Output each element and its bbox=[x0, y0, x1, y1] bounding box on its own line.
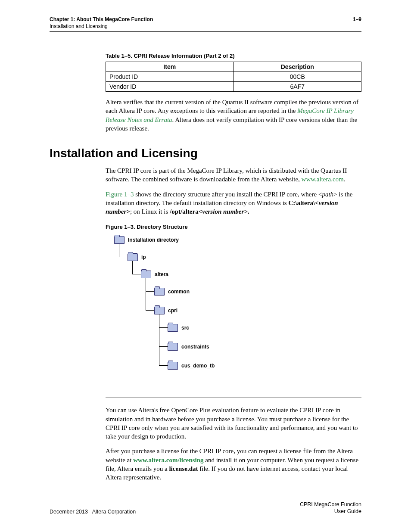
tree-connector bbox=[119, 244, 119, 257]
link-altera[interactable]: www.altera.com bbox=[302, 176, 344, 183]
license-file-name: license.dat bbox=[169, 465, 198, 472]
folder-icon bbox=[154, 307, 165, 314]
section-heading: Installation and Licensing bbox=[50, 146, 361, 160]
figure-end-rule bbox=[106, 398, 361, 398]
folder-icon bbox=[141, 271, 151, 278]
path-var: path bbox=[322, 191, 333, 198]
th-desc: Description bbox=[234, 62, 361, 72]
node-label: ip bbox=[141, 254, 146, 260]
table-row: Product ID 00CB bbox=[106, 72, 361, 82]
table-row: Vendor ID 6AF7 bbox=[106, 82, 361, 92]
header-section: Installation and Licensing bbox=[50, 23, 153, 30]
paragraph: You can use Altera's free OpenCore Plus … bbox=[106, 406, 361, 441]
node-label: Installation directory bbox=[128, 237, 179, 243]
tree-connector bbox=[146, 310, 154, 311]
td-desc: 6AF7 bbox=[234, 82, 361, 92]
figure-caption: Figure 1–3. Directory Structure bbox=[106, 224, 361, 230]
paragraph: Altera verifies that the current version… bbox=[106, 98, 361, 133]
node-label: altera bbox=[155, 271, 168, 277]
tree-connector bbox=[146, 291, 154, 292]
tree-node: altera bbox=[141, 271, 168, 278]
td-desc: 00CB bbox=[234, 72, 361, 82]
node-label: src bbox=[181, 325, 189, 331]
tree-connector bbox=[159, 327, 168, 328]
content-block-2: The CPRI IP core is part of the MegaCore… bbox=[106, 166, 361, 482]
footer-right: CPRI MegaCore Function User Guide bbox=[300, 501, 361, 515]
tree-connector bbox=[159, 365, 168, 366]
tree-node: src bbox=[168, 324, 189, 332]
footer-left: December 2013 Altera Corporation bbox=[50, 509, 136, 515]
paragraph: After you purchase a license for the CPR… bbox=[106, 447, 361, 482]
footer-date: December 2013 bbox=[50, 509, 88, 515]
footer-doc-sub: User Guide bbox=[300, 508, 361, 515]
td-item: Vendor ID bbox=[106, 82, 234, 92]
text: . bbox=[344, 176, 346, 183]
header-page-number: 1–9 bbox=[353, 16, 361, 30]
doc-page: Chapter 1: About This MegaCore Function … bbox=[0, 0, 411, 532]
footer-org: Altera Corporation bbox=[92, 509, 136, 515]
th-item: Item bbox=[106, 62, 234, 72]
header-chapter: Chapter 1: About This MegaCore Function bbox=[50, 16, 153, 23]
text: ; on Linux it is bbox=[130, 208, 170, 215]
directory-tree: Installation directory ip altera common … bbox=[114, 236, 361, 389]
folder-icon bbox=[168, 362, 178, 370]
tree-connector bbox=[132, 261, 133, 274]
text: > bbox=[333, 191, 337, 198]
tree-node: cpri bbox=[154, 307, 177, 314]
node-label: cus_demo_tb bbox=[181, 363, 215, 369]
table-head-row: Item Description bbox=[106, 62, 361, 72]
node-label: constraints bbox=[181, 344, 209, 350]
page-header: Chapter 1: About This MegaCore Function … bbox=[50, 16, 361, 32]
td-item: Product ID bbox=[106, 72, 234, 82]
paragraph: Figure 1–3 shows the directory structure… bbox=[106, 190, 361, 216]
table-caption: Table 1–5. CPRI Release Information (Par… bbox=[106, 53, 361, 59]
footer-doc-title: CPRI MegaCore Function bbox=[300, 501, 361, 508]
folder-icon bbox=[168, 324, 178, 332]
header-left: Chapter 1: About This MegaCore Function … bbox=[50, 16, 153, 30]
folder-icon bbox=[128, 253, 138, 261]
tree-connector bbox=[119, 257, 128, 257]
figure-ref[interactable]: Figure 1–3 bbox=[106, 191, 134, 198]
tree-node: cus_demo_tb bbox=[168, 362, 215, 370]
folder-icon bbox=[168, 343, 178, 351]
page-footer: December 2013 Altera Corporation CPRI Me… bbox=[50, 501, 361, 515]
tree-connector bbox=[132, 274, 141, 274]
tree-node: constraints bbox=[168, 343, 209, 351]
node-label: cpri bbox=[168, 308, 177, 314]
tree-connector bbox=[159, 314, 159, 365]
node-label: common bbox=[168, 289, 190, 295]
paragraph: The CPRI IP core is part of the MegaCore… bbox=[106, 166, 361, 184]
path-linux: /opt/altera<version number>. bbox=[170, 208, 249, 215]
folder-icon bbox=[114, 236, 125, 244]
tree-node: Installation directory bbox=[114, 236, 179, 244]
tree-connector bbox=[146, 278, 146, 310]
release-info-table: Item Description Product ID 00CB Vendor … bbox=[106, 62, 361, 92]
content-block-1: Table 1–5. CPRI Release Information (Par… bbox=[106, 53, 361, 133]
tree-connector bbox=[159, 346, 168, 347]
text: shows the directory structure after you … bbox=[134, 191, 318, 198]
folder-icon bbox=[154, 288, 165, 296]
link-licensing[interactable]: www.altera.com/licensing bbox=[133, 457, 203, 464]
tree-node: common bbox=[154, 288, 190, 296]
tree-node: ip bbox=[128, 253, 146, 261]
